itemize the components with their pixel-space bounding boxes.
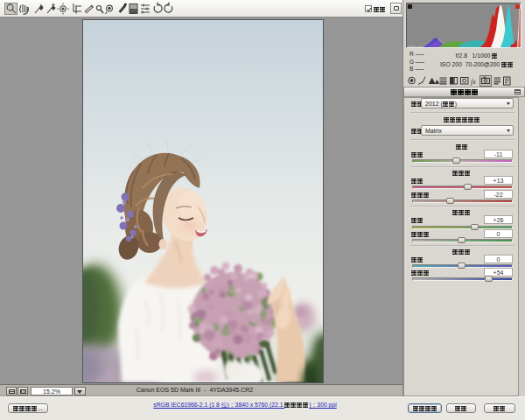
svg-text:fx: fx <box>471 78 476 86</box>
